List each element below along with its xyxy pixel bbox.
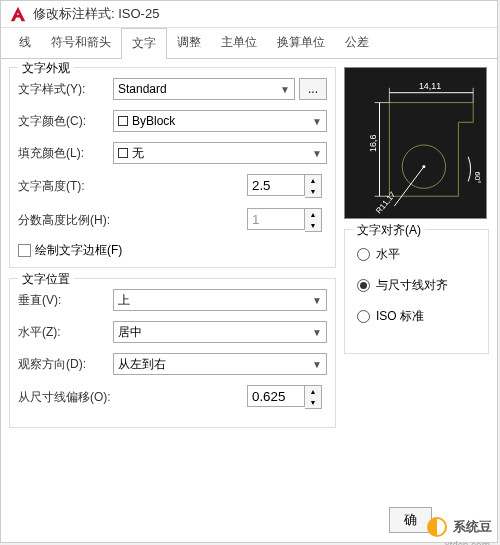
height-down-button[interactable]: ▼ <box>305 186 321 197</box>
chevron-down-icon: ▼ <box>312 116 322 127</box>
svg-rect-0 <box>345 68 486 218</box>
svg-text:60°: 60° <box>473 172 482 184</box>
chevron-down-icon: ▼ <box>280 84 290 95</box>
align-horizontal-radio[interactable]: 水平 <box>357 246 476 263</box>
frame-checkbox[interactable] <box>18 244 31 257</box>
height-input[interactable] <box>247 174 305 196</box>
fill-label: 填充颜色(L): <box>18 145 113 162</box>
horizontal-label: 水平(Z): <box>18 324 113 341</box>
align-iso-radio[interactable]: ISO 标准 <box>357 308 476 325</box>
chevron-down-icon: ▼ <box>312 359 322 370</box>
svg-point-13 <box>422 165 425 168</box>
vertical-label: 垂直(V): <box>18 292 113 309</box>
fraction-down-button[interactable]: ▼ <box>305 220 321 231</box>
window-title: 修改标注样式: ISO-25 <box>33 5 159 23</box>
chevron-down-icon: ▼ <box>312 327 322 338</box>
tab-bar: 线 符号和箭头 文字 调整 主单位 换算单位 公差 <box>1 28 497 59</box>
horizontal-value: 居中 <box>118 324 142 341</box>
view-label: 观察方向(D): <box>18 356 113 373</box>
fill-combo[interactable]: 无 ▼ <box>113 142 327 164</box>
align-dimline-radio[interactable]: 与尺寸线对齐 <box>357 277 476 294</box>
radio-icon <box>357 310 370 323</box>
appearance-title: 文字外观 <box>18 60 74 77</box>
align-option-label: 与尺寸线对齐 <box>376 277 448 294</box>
fraction-input[interactable] <box>247 208 305 230</box>
watermark: 系统豆 <box>425 515 492 539</box>
radio-icon <box>357 248 370 261</box>
tab-primary[interactable]: 主单位 <box>211 28 267 58</box>
horizontal-combo[interactable]: 居中 ▼ <box>113 321 327 343</box>
chevron-down-icon: ▼ <box>312 295 322 306</box>
position-title: 文字位置 <box>18 271 74 288</box>
tab-line[interactable]: 线 <box>9 28 41 58</box>
style-browse-button[interactable]: ... <box>299 78 327 100</box>
chevron-down-icon: ▼ <box>312 148 322 159</box>
align-option-label: ISO 标准 <box>376 308 424 325</box>
tab-alternate[interactable]: 换算单位 <box>267 28 335 58</box>
color-swatch-icon <box>118 116 128 126</box>
preview-pane: 14,11 16,6 R11,17 60° <box>344 67 487 219</box>
watermark-text: 系统豆 <box>453 518 492 536</box>
position-group: 文字位置 垂直(V): 上 ▼ 水平(Z): 居中 ▼ 观察 <box>9 278 336 428</box>
alignment-title: 文字对齐(A) <box>353 222 425 239</box>
tab-text[interactable]: 文字 <box>121 28 167 59</box>
fraction-up-button[interactable]: ▲ <box>305 209 321 220</box>
appearance-group: 文字外观 文字样式(Y): Standard ▼ ... 文字颜色(C): By… <box>9 67 336 268</box>
style-label: 文字样式(Y): <box>18 81 113 98</box>
style-combo[interactable]: Standard ▼ <box>113 78 295 100</box>
radio-icon <box>357 279 370 292</box>
tab-tolerance[interactable]: 公差 <box>335 28 379 58</box>
app-icon <box>9 5 27 23</box>
frame-label: 绘制文字边框(F) <box>35 242 122 259</box>
tab-adjust[interactable]: 调整 <box>167 28 211 58</box>
vertical-value: 上 <box>118 292 130 309</box>
offset-label: 从尺寸线偏移(O): <box>18 389 128 406</box>
titlebar: 修改标注样式: ISO-25 <box>1 1 497 28</box>
color-label: 文字颜色(C): <box>18 113 113 130</box>
offset-down-button[interactable]: ▼ <box>305 397 321 408</box>
offset-input[interactable] <box>247 385 305 407</box>
tab-symbols[interactable]: 符号和箭头 <box>41 28 121 58</box>
watermark-url: xtdcp.com <box>444 540 490 545</box>
color-combo[interactable]: ByBlock ▼ <box>113 110 327 132</box>
height-up-button[interactable]: ▲ <box>305 175 321 186</box>
offset-up-button[interactable]: ▲ <box>305 386 321 397</box>
height-label: 文字高度(T): <box>18 178 113 195</box>
style-value: Standard <box>118 82 167 96</box>
svg-text:14,11: 14,11 <box>419 81 441 91</box>
color-value: ByBlock <box>132 114 175 128</box>
watermark-icon <box>425 515 449 539</box>
svg-text:16,6: 16,6 <box>368 135 378 152</box>
align-option-label: 水平 <box>376 246 400 263</box>
view-value: 从左到右 <box>118 356 166 373</box>
view-combo[interactable]: 从左到右 ▼ <box>113 353 327 375</box>
color-swatch-icon <box>118 148 128 158</box>
alignment-group: 文字对齐(A) 水平 与尺寸线对齐 ISO 标准 <box>344 229 489 354</box>
fraction-label: 分数高度比例(H): <box>18 212 128 229</box>
fill-value: 无 <box>132 145 144 162</box>
vertical-combo[interactable]: 上 ▼ <box>113 289 327 311</box>
